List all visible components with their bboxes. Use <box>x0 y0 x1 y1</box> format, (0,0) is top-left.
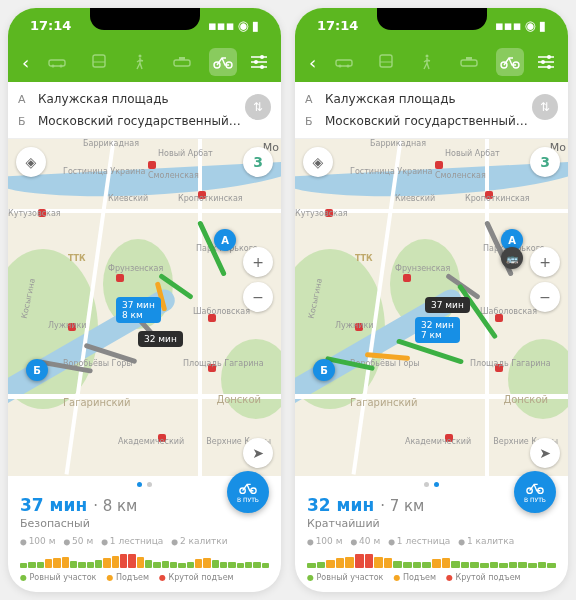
go-button[interactable]: В ПУТЬ <box>514 471 556 513</box>
search-row-b[interactable]: БМосковский государственный… <box>305 110 558 132</box>
settings-button[interactable] <box>534 55 558 69</box>
svg-rect-24 <box>461 60 477 66</box>
svg-point-23 <box>426 55 429 58</box>
mode-walk[interactable] <box>126 48 154 76</box>
mode-bus[interactable] <box>372 48 400 76</box>
route-tip-secondary[interactable]: 37 мин <box>425 297 470 313</box>
svg-point-1 <box>51 65 54 68</box>
map-label: Гагаринский <box>63 397 131 408</box>
summary-subtitle: Безопасный <box>20 517 269 530</box>
elevation-chart <box>307 552 556 568</box>
route-tip-primary[interactable]: 37 мин8 км <box>116 297 161 323</box>
traffic-button[interactable]: 3 <box>243 147 273 177</box>
map-label: Смоленская <box>148 171 199 180</box>
swap-button[interactable]: ⇅ <box>245 94 271 120</box>
mode-bike[interactable] <box>496 48 524 76</box>
elevation-chart <box>20 552 269 568</box>
signal-icon: ▪▪▪ <box>495 18 521 33</box>
search-row-b[interactable]: БМосковский государственный… <box>18 110 271 132</box>
svg-point-5 <box>139 55 142 58</box>
back-button[interactable]: ‹ <box>18 52 33 73</box>
summary-panel: В ПУТЬ 37 мин8 км Безопасный 100 м50 м1 … <box>8 489 281 592</box>
layers-button[interactable]: ◈ <box>303 147 333 177</box>
traffic-button[interactable]: 3 <box>530 147 560 177</box>
svg-rect-25 <box>466 57 472 60</box>
search-panel: АКалужская площадь БМосковский государст… <box>295 82 568 139</box>
svg-point-2 <box>59 65 62 68</box>
map-label: ТТК <box>68 254 85 263</box>
status-time: 17:14 <box>30 18 71 33</box>
map-area[interactable]: Новый Арбат Баррикадная Гостиница Украин… <box>8 139 281 476</box>
wifi-icon: ◉ <box>525 18 536 33</box>
search-row-a[interactable]: АКалужская площадь <box>18 88 271 110</box>
svg-point-19 <box>338 65 341 68</box>
mode-bike[interactable] <box>209 48 237 76</box>
mode-car[interactable] <box>43 48 71 76</box>
mode-car[interactable] <box>330 48 358 76</box>
mode-walk[interactable] <box>413 48 441 76</box>
svg-point-15 <box>260 65 264 69</box>
transport-modes <box>324 48 530 76</box>
legend: Ровный участокПодъемКрутой подъем <box>20 573 269 582</box>
route-tip-secondary[interactable]: 32 мин <box>138 331 183 347</box>
toolbar: ‹ <box>295 42 568 82</box>
svg-point-13 <box>260 55 264 59</box>
map-label: Площадь Гагарина <box>183 359 264 368</box>
zoom-in-button[interactable]: + <box>530 247 560 277</box>
map-label: Гостиница Украина <box>63 167 145 176</box>
route-tip-primary[interactable]: 32 мин7 км <box>415 317 460 343</box>
zoom-out-button[interactable]: − <box>530 282 560 312</box>
svg-rect-7 <box>179 57 185 60</box>
search-row-a[interactable]: АКалужская площадь <box>305 88 558 110</box>
marker-b[interactable]: Б <box>313 359 335 381</box>
map-label: Лужники <box>48 321 86 330</box>
label-b: Б <box>18 115 30 128</box>
zoom-in-button[interactable]: + <box>243 247 273 277</box>
battery-icon: ▮ <box>252 18 259 33</box>
svg-point-33 <box>547 65 551 69</box>
svg-rect-18 <box>336 60 352 66</box>
map-label: Кропоткинская <box>178 194 243 203</box>
mode-taxi[interactable] <box>455 48 483 76</box>
settings-button[interactable] <box>247 55 271 69</box>
svg-rect-0 <box>49 60 65 66</box>
mode-taxi[interactable] <box>168 48 196 76</box>
status-time: 17:14 <box>317 18 358 33</box>
signal-icon: ▪▪▪ <box>208 18 234 33</box>
summary-stats: 100 м50 м1 лестница2 калитки <box>20 536 269 546</box>
map-label: Донской <box>216 394 261 405</box>
summary-panel: В ПУТЬ 32 мин7 км Кратчайший 100 м40 м1 … <box>295 489 568 592</box>
zoom-out-button[interactable]: − <box>243 282 273 312</box>
marker-a[interactable]: А <box>214 229 236 251</box>
go-button[interactable]: В ПУТЬ <box>227 471 269 513</box>
svg-rect-3 <box>93 55 105 67</box>
locate-button[interactable]: ➤ <box>243 438 273 468</box>
point-b: Московский государственный… <box>38 114 271 128</box>
locate-button[interactable]: ➤ <box>530 438 560 468</box>
notch <box>90 8 200 30</box>
map-area[interactable]: Новый Арбат Баррикадная Гостиница Украин… <box>295 139 568 476</box>
swap-button[interactable]: ⇅ <box>532 94 558 120</box>
status-icons: ▪▪▪◉▮ <box>495 18 546 33</box>
phone-screen-2: 17:14 ▪▪▪◉▮ ‹ АКалужская площадь БМосков… <box>295 8 568 592</box>
mode-bus[interactable] <box>85 48 113 76</box>
back-button[interactable]: ‹ <box>305 52 320 73</box>
toolbar: ‹ <box>8 42 281 82</box>
map-label: Академический <box>118 437 184 446</box>
svg-rect-21 <box>380 55 392 67</box>
layers-button[interactable]: ◈ <box>16 147 46 177</box>
transport-modes <box>37 48 243 76</box>
map-label: Фрунзенская <box>108 264 163 273</box>
battery-icon: ▮ <box>539 18 546 33</box>
map-label: Киевский <box>108 194 148 203</box>
phone-screen-1: 17:14 ▪▪▪ ◉ ▮ ‹ АКалужская площадь БМоск… <box>8 8 281 592</box>
label-a: А <box>18 93 30 106</box>
marker-transit[interactable]: 🚌 <box>501 247 523 269</box>
svg-point-14 <box>254 60 258 64</box>
marker-b[interactable]: Б <box>26 359 48 381</box>
wifi-icon: ◉ <box>238 18 249 33</box>
svg-point-31 <box>547 55 551 59</box>
svg-rect-6 <box>174 60 190 66</box>
summary-dist: 8 км <box>93 497 137 515</box>
notch <box>377 8 487 30</box>
